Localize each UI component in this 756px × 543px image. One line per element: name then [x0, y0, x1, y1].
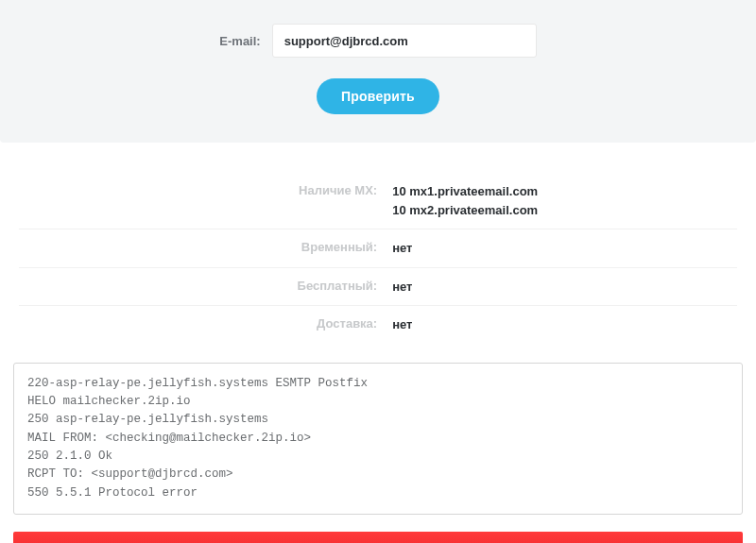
free-value: нет	[392, 278, 737, 297]
mx-record: 10 mx2.privateemail.com	[392, 201, 737, 220]
row-delivery: Доставка: нет	[19, 306, 737, 344]
results-table: Наличие MX: 10 mx1.privateemail.com 10 m…	[0, 173, 756, 344]
temporary-value: нет	[392, 239, 737, 258]
mx-value: 10 mx1.privateemail.com 10 mx2.privateem…	[392, 182, 737, 219]
email-label: E-mail:	[219, 34, 260, 48]
mx-host: mx1.privateemail.com	[409, 184, 538, 198]
delivery-value: нет	[392, 315, 737, 334]
check-button[interactable]: Проверить	[317, 78, 439, 114]
result-banner: e-mail не существует	[13, 532, 743, 543]
email-input[interactable]	[272, 24, 537, 58]
button-row: Проверить	[19, 78, 737, 114]
mx-record: 10 mx1.privateemail.com	[392, 182, 737, 201]
temporary-label: Временный:	[19, 239, 392, 254]
delivery-label: Доставка:	[19, 315, 392, 331]
check-form-panel: E-mail: Проверить	[0, 0, 756, 143]
row-free: Бесплатный: нет	[19, 268, 737, 307]
email-row: E-mail:	[19, 24, 737, 58]
row-temporary: Временный: нет	[19, 229, 737, 268]
mx-host: mx2.privateemail.com	[409, 203, 538, 217]
row-mx: Наличие MX: 10 mx1.privateemail.com 10 m…	[19, 173, 737, 229]
smtp-log: 220-asp-relay-pe.jellyfish.systems ESMTP…	[13, 363, 743, 516]
mx-priority: 10	[392, 184, 405, 198]
mx-priority: 10	[392, 203, 405, 217]
free-label: Бесплатный:	[19, 278, 392, 293]
mx-label: Наличие MX:	[19, 182, 392, 197]
